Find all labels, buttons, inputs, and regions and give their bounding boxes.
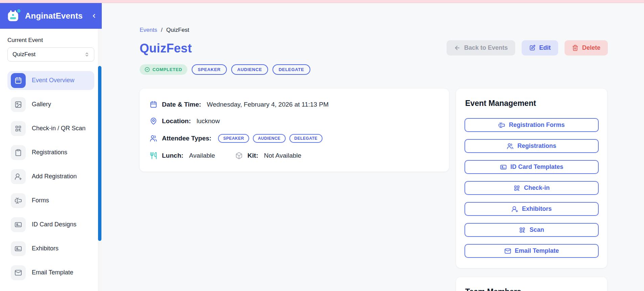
email-template-label: Email Template	[515, 247, 559, 254]
event-management-title: Event Management	[465, 99, 599, 108]
check-circle-icon	[145, 67, 150, 72]
location-value: lucknow	[197, 117, 220, 125]
edit-button[interactable]: Edit	[522, 40, 558, 55]
id-card-icon	[11, 217, 26, 232]
breadcrumb-events-link[interactable]: Events	[140, 27, 157, 33]
back-to-events-button[interactable]: Back to Events	[447, 40, 515, 55]
scan-button[interactable]: Scan	[464, 223, 599, 237]
datetime-row: Date & Time: Wednesday, February 4, 2026…	[150, 101, 439, 108]
sidebar-item-label: Forms	[32, 196, 49, 205]
attendee-types-label: Attendee Types:	[162, 135, 211, 142]
qr-code-icon	[519, 227, 526, 233]
kit-label: Kit:	[247, 152, 258, 159]
utensils-icon	[150, 152, 157, 159]
qr-code-icon	[514, 185, 520, 192]
registrations-label: Registrations	[517, 142, 556, 150]
sidebar-item-label: Registrations	[32, 148, 67, 157]
sidebar-item-id-card-designs[interactable]: ID Card Designs	[7, 215, 94, 234]
registration-forms-button[interactable]: Registration Forms	[464, 118, 599, 132]
sidebar-item-label: ID Card Designs	[32, 220, 76, 229]
chevron-left-icon[interactable]	[91, 13, 97, 19]
image-icon	[11, 97, 26, 112]
registrations-button[interactable]: Registrations	[464, 139, 599, 153]
attendee-pill-audience: AUDIENCE	[253, 134, 286, 143]
lunch-group: Lunch: Available	[150, 152, 215, 159]
id-card-templates-label: ID Card Templates	[510, 163, 564, 171]
page-title: QuizFest	[140, 41, 310, 55]
attendee-types-row: Attendee Types: SPEAKER AUDIENCE DELEGAT…	[150, 134, 439, 143]
datetime-label: Date & Time:	[162, 101, 201, 108]
edit-label: Edit	[539, 44, 551, 51]
id-card-icon	[11, 241, 26, 256]
sidebar-item-label: Email Template	[32, 268, 73, 277]
check-in-button[interactable]: Check-in	[464, 181, 599, 195]
user-plus-icon	[11, 169, 26, 184]
users-icon	[150, 135, 157, 142]
sidebar: AnginatEvents Current Event QuizFest Eve…	[0, 3, 102, 291]
check-in-label: Check-in	[524, 184, 550, 192]
sidebar-item-registrations[interactable]: Registrations	[7, 143, 94, 162]
sidebar-item-event-overview[interactable]: Event Overview	[7, 71, 94, 90]
lunch-label: Lunch:	[162, 152, 183, 159]
calendar-icon	[150, 101, 157, 108]
location-row: Location: lucknow	[150, 117, 439, 125]
arrow-left-icon	[454, 45, 460, 51]
event-details-card: Date & Time: Wednesday, February 4, 2026…	[140, 89, 449, 172]
package-icon	[235, 152, 243, 159]
sidebar-nav: Event Overview Gallery Check-in / QR Sca…	[0, 66, 102, 286]
badges-row: COMPLETED SPEAKER AUDIENCE DELEGATE	[140, 64, 310, 75]
breadcrumb: Events / QuizFest	[140, 27, 310, 33]
sidebar-scrollbar-track[interactable]	[98, 29, 102, 291]
sidebar-item-label: Check-in / QR Scan	[32, 124, 86, 133]
clipboard-icon	[11, 145, 26, 160]
lunch-value: Available	[189, 152, 215, 159]
sidebar-item-add-registration[interactable]: Add Registration	[7, 167, 94, 186]
form-input-icon	[11, 193, 26, 208]
mail-icon	[504, 248, 511, 254]
id-card-templates-button[interactable]: ID Card Templates	[464, 160, 599, 174]
back-to-events-label: Back to Events	[464, 44, 508, 51]
status-badge: COMPLETED	[140, 64, 187, 75]
status-badge-label: COMPLETED	[152, 67, 182, 72]
team-members-title: Team Members	[465, 287, 599, 291]
datetime-value: Wednesday, February 4, 2026 at 11:13 PM	[207, 101, 329, 108]
sidebar-item-label: Exhibitors	[32, 244, 58, 253]
breadcrumb-current: QuizFest	[166, 27, 189, 33]
users-icon	[507, 143, 514, 150]
mail-icon	[11, 265, 26, 280]
breadcrumb-separator: /	[161, 27, 163, 33]
lunch-kit-row: Lunch: Available Kit: Not Available	[150, 152, 439, 159]
kit-value: Not Available	[264, 152, 302, 159]
qr-code-icon	[11, 121, 26, 136]
sidebar-item-checkin-qr-scan[interactable]: Check-in / QR Scan	[7, 119, 94, 138]
user-plus-icon	[511, 206, 518, 212]
main-content: Events / QuizFest QuizFest COMPLETED SPE…	[102, 3, 644, 291]
attendee-pill-speaker: SPEAKER	[218, 134, 249, 143]
email-template-button[interactable]: Email Template	[464, 244, 599, 258]
sidebar-item-gallery[interactable]: Gallery	[7, 95, 94, 114]
right-column: Event Management Registration Forms Regi…	[456, 89, 607, 291]
sidebar-scrollbar-thumb[interactable]	[98, 66, 101, 241]
current-event-label: Current Event	[7, 37, 94, 44]
map-pin-icon	[150, 117, 157, 125]
type-badge-delegate: DELEGATE	[272, 64, 310, 75]
calendar-logo-icon	[6, 8, 21, 23]
delete-label: Delete	[582, 44, 600, 51]
sidebar-item-email-template[interactable]: Email Template	[7, 263, 94, 282]
kit-group: Kit: Not Available	[235, 152, 301, 159]
team-members-panel: Team Members	[456, 277, 607, 291]
current-event-select[interactable]: QuizFest	[7, 47, 94, 62]
sidebar-item-forms[interactable]: Forms	[7, 191, 94, 210]
id-card-icon	[500, 164, 507, 171]
sidebar-item-label: Add Registration	[32, 172, 77, 181]
delete-button[interactable]: Delete	[565, 40, 608, 55]
sidebar-item-label: Event Overview	[32, 76, 74, 85]
exhibitors-button[interactable]: Exhibitors	[464, 202, 599, 216]
event-management-panel: Event Management Registration Forms Regi…	[456, 89, 607, 268]
top-notification-strip	[0, 0, 644, 3]
trash-icon	[572, 45, 578, 51]
current-event-value: QuizFest	[13, 51, 35, 58]
sidebar-item-exhibitors[interactable]: Exhibitors	[7, 239, 94, 258]
attendee-pill-delegate: DELEGATE	[289, 134, 323, 143]
app-title: AnginatEvents	[25, 11, 83, 21]
